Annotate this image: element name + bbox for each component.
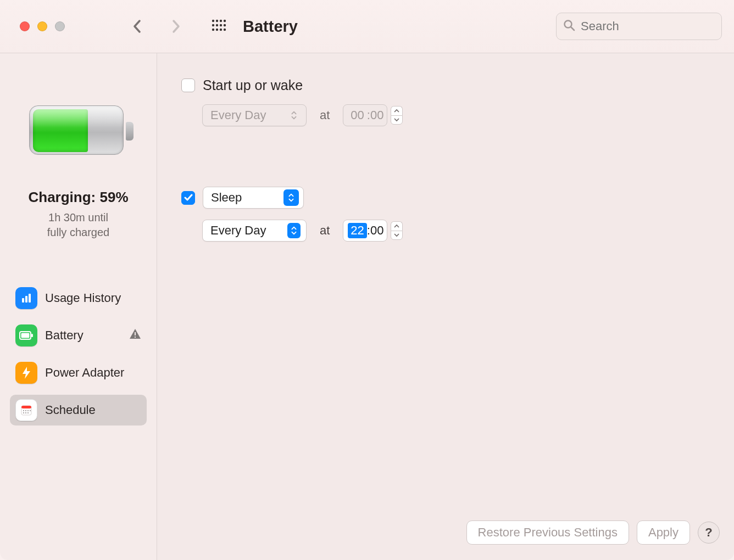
window-title: Battery bbox=[243, 18, 298, 36]
chevron-updown-icon bbox=[283, 189, 299, 206]
close-window-button[interactable] bbox=[20, 21, 30, 31]
svg-line-13 bbox=[571, 27, 575, 31]
svg-point-6 bbox=[220, 24, 222, 26]
svg-point-5 bbox=[216, 24, 218, 26]
help-button[interactable]: ? bbox=[698, 522, 720, 544]
battery-icon bbox=[15, 324, 37, 346]
sleep-time-stepper[interactable] bbox=[391, 221, 403, 240]
svg-point-3 bbox=[224, 20, 226, 22]
bolt-icon bbox=[15, 362, 37, 384]
svg-point-1 bbox=[216, 20, 218, 22]
sidebar: Charging: 59% 1h 30m until fully charged… bbox=[0, 53, 157, 560]
startup-time-hh[interactable]: 00 bbox=[348, 108, 366, 123]
svg-rect-19 bbox=[31, 334, 33, 337]
search-field[interactable] bbox=[556, 13, 722, 40]
sidebar-item-schedule[interactable]: Schedule bbox=[10, 395, 147, 425]
stepper-up-icon[interactable] bbox=[391, 106, 403, 115]
sidebar-item-label: Power Adapter bbox=[45, 366, 124, 380]
titlebar: Battery bbox=[0, 0, 734, 53]
window-controls bbox=[20, 21, 65, 31]
sleep-schedule-block: Sleep Every Day at 22:00 bbox=[181, 187, 712, 242]
chart-icon bbox=[15, 287, 37, 309]
stepper-down-icon[interactable] bbox=[391, 115, 403, 125]
startup-time-mm[interactable]: 00 bbox=[370, 108, 383, 122]
svg-point-0 bbox=[212, 20, 214, 22]
main-panel: Start up or wake Every Day at 00:00 bbox=[157, 53, 734, 560]
chevron-updown-icon bbox=[287, 223, 301, 238]
sleep-at-label: at bbox=[320, 223, 330, 238]
forward-button[interactable] bbox=[169, 19, 182, 34]
zoom-window-button[interactable] bbox=[55, 21, 65, 31]
svg-point-30 bbox=[27, 412, 29, 413]
sidebar-item-usage-history[interactable]: Usage History bbox=[10, 283, 147, 313]
svg-rect-20 bbox=[135, 332, 136, 335]
warning-icon bbox=[129, 328, 141, 343]
apply-button[interactable]: Apply bbox=[637, 520, 690, 545]
battery-status-subtitle: 1h 30m until fully charged bbox=[10, 210, 147, 240]
restore-previous-button[interactable]: Restore Previous Settings bbox=[466, 520, 629, 545]
svg-rect-18 bbox=[21, 333, 30, 338]
startup-time-field[interactable]: 00:00 bbox=[343, 104, 387, 126]
sleep-day-select[interactable]: Every Day bbox=[202, 220, 307, 242]
minimize-window-button[interactable] bbox=[37, 21, 47, 31]
svg-point-25 bbox=[25, 410, 26, 411]
back-button[interactable] bbox=[131, 19, 144, 34]
calendar-icon bbox=[15, 399, 37, 421]
stepper-down-icon[interactable] bbox=[391, 231, 403, 240]
svg-point-26 bbox=[27, 410, 29, 411]
sidebar-nav: Usage History Battery Power Adapter bbox=[10, 283, 147, 425]
startup-time-stepper[interactable] bbox=[391, 106, 403, 125]
battery-image bbox=[29, 105, 128, 160]
svg-point-12 bbox=[565, 21, 572, 28]
svg-point-2 bbox=[220, 20, 222, 22]
svg-rect-15 bbox=[25, 296, 27, 303]
battery-status-title: Charging: 59% bbox=[10, 189, 147, 206]
search-icon bbox=[563, 19, 575, 33]
select-value: Every Day bbox=[210, 108, 266, 122]
footer-buttons: Restore Previous Settings Apply ? bbox=[466, 520, 720, 545]
svg-rect-23 bbox=[21, 406, 31, 408]
sleep-action-select[interactable]: Sleep bbox=[203, 187, 304, 209]
svg-point-7 bbox=[224, 24, 226, 26]
sleep-time-hh[interactable]: 22 bbox=[348, 223, 366, 238]
svg-point-11 bbox=[224, 29, 226, 31]
select-value: Sleep bbox=[211, 191, 242, 205]
svg-point-29 bbox=[25, 412, 26, 413]
show-all-prefs-button[interactable] bbox=[211, 19, 226, 34]
sleep-time-field[interactable]: 22:00 bbox=[343, 220, 387, 242]
svg-point-28 bbox=[23, 412, 24, 413]
svg-point-27 bbox=[30, 410, 31, 411]
svg-rect-14 bbox=[22, 298, 24, 303]
chevron-updown-icon bbox=[287, 108, 301, 123]
startup-checkbox[interactable] bbox=[181, 79, 195, 92]
svg-point-10 bbox=[220, 29, 222, 31]
svg-point-9 bbox=[216, 29, 218, 31]
search-input[interactable] bbox=[580, 19, 733, 34]
sleep-time-mm[interactable]: 00 bbox=[370, 223, 383, 238]
sidebar-item-label: Battery bbox=[45, 328, 84, 343]
startup-day-select[interactable]: Every Day bbox=[202, 104, 307, 126]
sidebar-item-label: Schedule bbox=[45, 403, 96, 417]
svg-point-8 bbox=[212, 29, 214, 31]
sleep-checkbox[interactable] bbox=[181, 191, 195, 205]
sidebar-item-label: Usage History bbox=[45, 291, 121, 305]
sidebar-item-power-adapter[interactable]: Power Adapter bbox=[10, 357, 147, 388]
nav-buttons bbox=[131, 19, 182, 34]
sidebar-item-battery[interactable]: Battery bbox=[10, 320, 147, 351]
stepper-up-icon[interactable] bbox=[391, 221, 403, 231]
startup-at-label: at bbox=[320, 108, 330, 122]
startup-label: Start up or wake bbox=[203, 77, 303, 93]
startup-schedule-block: Start up or wake Every Day at 00:00 bbox=[181, 77, 712, 126]
svg-point-4 bbox=[212, 24, 214, 26]
svg-rect-16 bbox=[29, 294, 31, 303]
select-value: Every Day bbox=[210, 223, 266, 238]
svg-point-24 bbox=[23, 410, 24, 411]
svg-rect-21 bbox=[135, 337, 136, 338]
